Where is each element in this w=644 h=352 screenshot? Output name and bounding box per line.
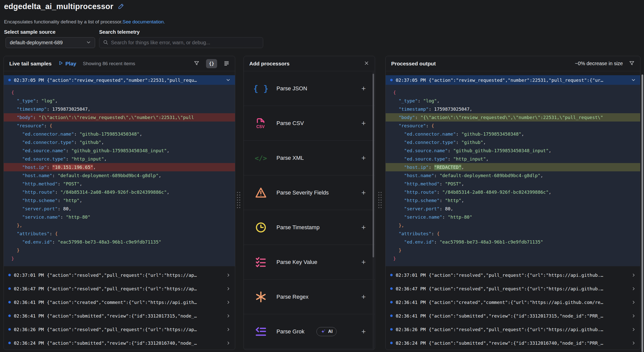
log-row[interactable]: 02:37:01 PM{"action":"resolved","pull_re… xyxy=(386,268,640,282)
log-preview: {"action":"resolved","pull_request":{"ur… xyxy=(429,327,628,332)
pencil-icon xyxy=(118,3,125,10)
add-processor-button[interactable]: + xyxy=(361,154,366,162)
log-level-dot xyxy=(8,301,11,303)
processor-item-parse-grok[interactable]: Parse GrokAI+ xyxy=(244,314,375,349)
play-button[interactable]: Play xyxy=(58,60,76,67)
log-row[interactable]: 02:36:41 PM{"action":"created","comment"… xyxy=(386,295,640,309)
log-preview: {"action":"resolved","pull_request":{"ur… xyxy=(47,327,223,332)
log-level-dot xyxy=(390,328,393,331)
json-line: "http.scheme": "http", xyxy=(4,196,235,205)
json-line: } xyxy=(4,246,235,254)
processor-label: Parse Key Value xyxy=(276,259,317,265)
filter-button[interactable] xyxy=(629,60,635,67)
play-label: Play xyxy=(65,61,76,67)
json-line: "http.method": "POST", xyxy=(386,180,640,188)
page-title: edgedelta_ai_multiprocessor xyxy=(4,2,113,11)
log-row[interactable]: 02:36:24 PM{"action":"submitted","review… xyxy=(386,336,640,350)
text-view-toggle[interactable] xyxy=(224,60,229,67)
add-processors-panel: Add processors { }Parse JSON+CSVParse CS… xyxy=(244,56,375,350)
log-row[interactable]: 02:36:26 PM{"action":"resolved","pull_re… xyxy=(386,323,640,336)
processed-output-title: Processed output xyxy=(391,61,436,67)
chevron-right-icon xyxy=(631,341,636,345)
json-line: { xyxy=(386,88,640,97)
chevron-down-icon xyxy=(226,78,230,82)
page-scrollbar[interactable] xyxy=(641,74,643,352)
add-processor-button[interactable]: + xyxy=(361,328,366,335)
page-subtitle: Encapsulates functionality defined by a … xyxy=(4,19,165,25)
sample-source-select[interactable]: default-deployment-689 xyxy=(6,37,95,48)
log-level-dot xyxy=(390,342,393,344)
log-timestamp: 02:36:24 PM xyxy=(396,340,426,346)
add-processor-button[interactable]: + xyxy=(361,120,366,127)
json-view-toggle[interactable]: {} xyxy=(206,59,217,68)
log-row[interactable]: 02:36:26 PM{"action":"resolved","pull_re… xyxy=(4,323,235,336)
processor-item-parse-key-value[interactable]: Parse Key Value+ xyxy=(244,245,375,280)
log-row[interactable]: 02:36:41 PM{"action":"created","comment"… xyxy=(4,295,235,309)
add-processor-button[interactable]: + xyxy=(361,189,366,197)
svg-text:</>: </> xyxy=(255,154,267,162)
log-timestamp: 02:36:41 PM xyxy=(396,300,426,305)
close-button[interactable] xyxy=(364,60,369,67)
processor-item-parse-severity-fields[interactable]: Parse Severity Fields+ xyxy=(244,175,375,210)
chevron-right-icon xyxy=(226,314,230,318)
log-timestamp: 02:36:47 PM xyxy=(396,286,426,291)
sample-source-label: Select sample source xyxy=(4,29,56,35)
see-documentation-link[interactable]: See documentation. xyxy=(123,19,165,24)
processor-item-parse-xml[interactable]: </>Parse XML+ xyxy=(244,141,375,175)
json-braces-icon: { } xyxy=(254,82,268,96)
log-timestamp: 02:36:47 PM xyxy=(14,286,44,291)
json-line: "timestamp": 1759873025047, xyxy=(386,105,640,113)
log-level-dot xyxy=(8,342,11,344)
chevron-down-icon xyxy=(631,78,636,82)
processor-item-parse-regex[interactable]: Parse Regex+ xyxy=(244,280,375,314)
subtitle-text: Encapsulates functionality defined by a … xyxy=(4,19,123,24)
add-processor-button[interactable]: + xyxy=(361,224,366,231)
processor-item-parse-csv[interactable]: CSVParse CSV+ xyxy=(244,106,375,141)
panel-resize-handle[interactable] xyxy=(237,187,240,213)
add-processor-button[interactable]: + xyxy=(361,293,366,301)
chevron-right-icon xyxy=(631,300,636,304)
live-tail-rows: 02:37:01 PM{"action":"resolved","pull_re… xyxy=(4,268,235,350)
json-line: "host.name": "default-deployment-689bbd9… xyxy=(386,171,640,180)
scrollbar-thumb[interactable] xyxy=(373,74,374,257)
json-line: "timestamp": 1759873025047, xyxy=(4,105,235,113)
json-line: "ed.connector.type": "github", xyxy=(4,138,235,146)
processor-item-parse-timestamp[interactable]: Parse Timestamp+ xyxy=(244,210,375,245)
log-row[interactable]: 02:37:01 PM{"action":"resolved","pull_re… xyxy=(4,268,235,282)
processor-item-parse-json[interactable]: { }Parse JSON+ xyxy=(244,71,375,106)
csv-file-icon: CSV xyxy=(254,116,268,130)
filter-icon xyxy=(194,60,199,67)
json-line: "ed.source.name": "github_github-1759853… xyxy=(4,146,235,155)
json-line: "http.route": "/84b85314-2a08-4849-926f-… xyxy=(4,188,235,196)
chevron-right-icon xyxy=(226,327,230,332)
log-row[interactable]: 02:36:41 PM{"action":"submitted","review… xyxy=(4,309,235,323)
panel-resize-handle[interactable] xyxy=(378,187,382,213)
json-line: } xyxy=(386,246,640,254)
filter-icon xyxy=(629,60,635,67)
processor-label: Parse Severity Fields xyxy=(276,189,329,196)
json-line: { xyxy=(4,88,235,97)
edit-title-button[interactable] xyxy=(118,3,125,10)
expanded-log-row[interactable]: 02:37:05 PM {"action":"review_requested"… xyxy=(4,75,235,85)
add-processors-title: Add processors xyxy=(249,61,290,67)
log-timestamp: 02:36:41 PM xyxy=(396,313,426,319)
add-processor-button[interactable]: + xyxy=(361,85,366,92)
processed-output-header: Processed output ~0% decrease in size xyxy=(386,56,640,71)
log-row[interactable]: 02:36:47 PM{"action":"resolved","pull_re… xyxy=(4,282,235,295)
log-timestamp: 02:37:01 PM xyxy=(396,272,426,278)
log-level-dot xyxy=(390,274,393,276)
filter-button[interactable] xyxy=(194,60,199,67)
log-row[interactable]: 02:36:41 PM{"action":"submitted","review… xyxy=(386,309,640,323)
log-preview: {"action":"resolved","pull_request":{"ur… xyxy=(429,286,628,291)
chevron-right-icon xyxy=(226,273,230,277)
search-input[interactable] xyxy=(111,40,259,46)
chevron-right-icon xyxy=(226,341,230,345)
log-row[interactable]: 02:36:47 PM{"action":"resolved","pull_re… xyxy=(386,282,640,295)
chevron-right-icon xyxy=(226,287,230,291)
json-line: "service.name": "http-80" xyxy=(4,213,235,221)
json-line: } xyxy=(386,254,640,263)
log-row[interactable]: 02:36:24 PM{"action":"submitted","review… xyxy=(4,336,235,350)
json-line: "body": "{\"action\":\"review_requested\… xyxy=(386,113,640,122)
expanded-log-row[interactable]: 02:37:05 PM {"action":"review_requested"… xyxy=(386,75,640,85)
add-processor-button[interactable]: + xyxy=(361,258,366,266)
